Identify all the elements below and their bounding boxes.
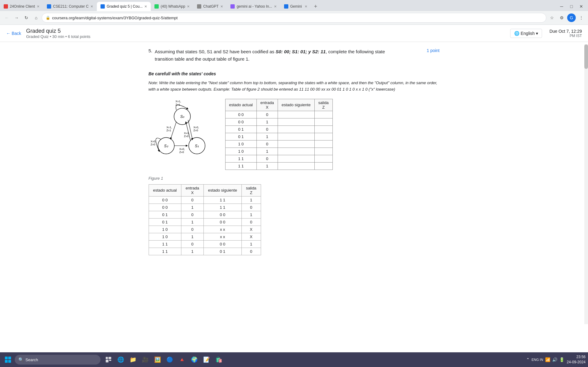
back-link[interactable]: ← Back xyxy=(6,31,21,36)
table-cell: 0 0 xyxy=(149,196,181,204)
maximize-button[interactable]: □ xyxy=(567,2,576,11)
table-cell[interactable] xyxy=(314,111,332,118)
svg-text:S₀: S₀ xyxy=(180,114,184,119)
table-cell: 1 1 xyxy=(203,196,241,204)
table-cell[interactable] xyxy=(314,155,332,162)
tab-3[interactable]: Graded quiz 5 | Cou... ✕ xyxy=(97,2,151,11)
question-header: 5. Assuming that states S0, S1 and S2 ha… xyxy=(149,48,440,68)
table-cell: 0 xyxy=(181,211,203,218)
tab-close-2[interactable]: ✕ xyxy=(90,5,93,9)
extensions-button[interactable]: ⚙ xyxy=(557,13,566,22)
diagram-table-body: 0 000 010 100 111 001 011 101 11 xyxy=(225,111,332,170)
forward-button[interactable]: → xyxy=(12,13,21,22)
tab-close-1[interactable]: ✕ xyxy=(37,5,40,9)
tab-7[interactable]: Gemini ✕ xyxy=(280,2,311,11)
svg-text:X=1,: X=1, xyxy=(175,100,181,103)
table-cell[interactable] xyxy=(278,111,314,118)
caution-text: Be carefull with the states' codes xyxy=(149,71,440,76)
table-cell: 1 xyxy=(241,211,261,218)
table-cell: 0 0 xyxy=(225,118,256,125)
due-label: Due Oct 7, 12:29 xyxy=(549,29,582,34)
tab-label-1: 24Online Client xyxy=(10,4,35,9)
table-cell: 0 xyxy=(256,125,278,133)
tab-favicon-3 xyxy=(101,4,105,9)
table-row: 0 100 01 xyxy=(149,211,261,218)
scrollbar-thumb[interactable] xyxy=(584,44,588,69)
menu-button[interactable]: ⋮ xyxy=(577,13,586,22)
language-button[interactable]: 🌐 English ▾ xyxy=(510,29,542,38)
table-cell[interactable] xyxy=(314,133,332,140)
note-text: Note: Write the table entering the "Next… xyxy=(149,80,440,93)
table-cell[interactable] xyxy=(278,125,314,133)
back-button[interactable]: ← xyxy=(2,13,11,22)
svg-text:X=1,: X=1, xyxy=(184,131,189,134)
due-info: Due Oct 7, 12:29 PM IST xyxy=(549,29,582,38)
reload-button[interactable]: ↻ xyxy=(22,13,31,22)
table-cell[interactable] xyxy=(278,155,314,162)
tab-close-3[interactable]: ✕ xyxy=(144,5,147,9)
table-cell[interactable] xyxy=(314,140,332,148)
tab-bar: 24Online Client ✕ CSE211: Computer C ✕ G… xyxy=(0,0,588,11)
table-cell: 1 0 xyxy=(149,233,181,240)
table-cell: 1 xyxy=(241,240,261,248)
table-row: 1 00 xyxy=(225,140,332,148)
nav-bar: ← → ↻ ⌂ 🔒 ☆ ⚙ G ⋮ xyxy=(0,11,588,24)
home-button[interactable]: ⌂ xyxy=(32,13,40,22)
table-row: 0 011 10 xyxy=(149,204,261,211)
tab-1[interactable]: 24Online Client ✕ xyxy=(0,2,43,11)
table-cell: 1 xyxy=(181,218,203,226)
table-cell: 1 1 xyxy=(149,240,181,248)
tab-close-6[interactable]: ✕ xyxy=(274,5,277,9)
table-cell[interactable] xyxy=(314,118,332,125)
table-cell[interactable] xyxy=(278,133,314,140)
address-bar[interactable]: 🔒 xyxy=(42,13,546,23)
tab-close-5[interactable]: ✕ xyxy=(220,5,223,9)
figure2-table-body: 0 001 110 011 100 100 010 110 001 00x xX… xyxy=(149,196,261,255)
tab-6[interactable]: gemini ai - Yahoo In... ✕ xyxy=(227,2,280,11)
table-row: 1 01x xX xyxy=(149,233,261,240)
table-cell: 0 0 xyxy=(203,218,241,226)
table-cell: 0 0 xyxy=(203,240,241,248)
table-row: 0 00 xyxy=(225,111,332,118)
col-entrada: entradaX xyxy=(256,99,278,111)
tab-label-2: CSE211: Computer C xyxy=(53,4,89,9)
table-cell[interactable] xyxy=(278,140,314,148)
tab-label-4: (40) WhatsApp xyxy=(161,4,185,9)
table-cell[interactable] xyxy=(314,148,332,155)
tab-4[interactable]: (40) WhatsApp ✕ xyxy=(151,2,193,11)
table-cell: X xyxy=(241,226,261,233)
tab-label-3: Graded quiz 5 | Cou... xyxy=(107,4,142,9)
tab-close-7[interactable]: ✕ xyxy=(305,5,307,9)
table-cell: 1 xyxy=(181,233,203,240)
svg-text:X=0,: X=0, xyxy=(179,148,185,151)
browser-chrome: 24Online Client ✕ CSE211: Computer C ✕ G… xyxy=(0,0,588,25)
table-cell[interactable] xyxy=(314,125,332,133)
minimize-button[interactable]: ─ xyxy=(557,2,566,11)
table-row: 1 00x xX xyxy=(149,226,261,233)
profile-button[interactable]: G xyxy=(567,13,576,22)
close-button[interactable]: ✕ xyxy=(577,2,586,11)
tab-5[interactable]: ChatGPT ✕ xyxy=(193,2,227,11)
url-input[interactable] xyxy=(52,16,542,20)
table-cell: 1 0 xyxy=(225,148,256,155)
svg-text:Z=0: Z=0 xyxy=(150,143,155,146)
bookmark-button[interactable]: ☆ xyxy=(548,13,556,22)
table-cell: 0 1 xyxy=(225,125,256,133)
table-cell[interactable] xyxy=(278,118,314,125)
tab-close-4[interactable]: ✕ xyxy=(187,5,190,9)
table-cell[interactable] xyxy=(278,162,314,170)
state-machine-svg: S₀ S₁ S₂ X=1, Z=1 X=0, Z=0 xyxy=(149,99,213,166)
table-cell: 0 xyxy=(241,248,261,255)
table-row: 1 10 xyxy=(225,155,332,162)
table-cell[interactable] xyxy=(314,162,332,170)
svg-text:X=1,: X=1, xyxy=(166,125,172,129)
table-cell: 0 0 xyxy=(149,204,181,211)
page-header: ← Back Graded quiz 5 Graded Quiz • 30 mi… xyxy=(0,25,588,42)
tab-2[interactable]: CSE211: Computer C ✕ xyxy=(43,2,97,11)
scrollbar[interactable] xyxy=(584,44,588,268)
table-cell[interactable] xyxy=(278,148,314,155)
question-points: 1 point xyxy=(427,48,439,53)
fig2-col-salida: salidaZ xyxy=(241,184,261,196)
new-tab-button[interactable]: + xyxy=(311,2,320,11)
main-content: 5. Assuming that states S0, S1 and S2 ha… xyxy=(0,42,588,268)
